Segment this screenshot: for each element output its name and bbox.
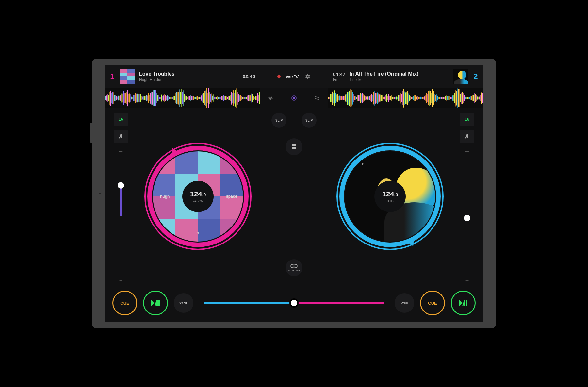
deck2-playhead-icon[interactable] — [335, 88, 335, 108]
svg-rect-191 — [229, 96, 230, 100]
deck1-cue-button[interactable]: CUE — [112, 291, 137, 315]
deck1-tempo-slider[interactable] — [120, 161, 122, 270]
svg-rect-342 — [394, 97, 394, 99]
svg-rect-385 — [422, 97, 422, 99]
view-mode-tabs — [260, 88, 328, 108]
svg-rect-440 — [458, 91, 458, 106]
svg-rect-295 — [363, 94, 364, 102]
svg-rect-467 — [475, 94, 476, 102]
svg-rect-187 — [227, 97, 227, 99]
svg-rect-430 — [451, 97, 452, 99]
svg-point-492 — [294, 264, 297, 268]
svg-rect-112 — [178, 92, 178, 105]
svg-rect-136 — [193, 96, 194, 100]
svg-rect-169 — [215, 97, 216, 99]
deck1-waveform[interactable] — [105, 88, 260, 108]
deck2-tempo-plus[interactable]: ＋ — [464, 147, 470, 156]
svg-rect-382 — [420, 97, 420, 99]
svg-rect-139 — [195, 97, 196, 99]
svg-rect-324 — [382, 95, 383, 101]
mode-waveform-button[interactable] — [260, 88, 283, 108]
svg-rect-335 — [389, 96, 390, 100]
svg-point-496 — [465, 137, 467, 139]
automix-button[interactable]: AUTOMIX — [286, 259, 302, 276]
svg-rect-29 — [123, 91, 124, 105]
svg-rect-274 — [349, 91, 350, 106]
deck2-tempo-range-button[interactable]: ±6 — [460, 113, 474, 126]
deck1-header[interactable]: 1 Love Troubles Hugh Hardie 02:46 — [105, 65, 260, 88]
deck1-tempo-range-button[interactable]: ±6 — [114, 113, 128, 126]
deck2-cue-button[interactable]: CUE — [420, 291, 445, 315]
deck2-number: 2 — [472, 72, 479, 81]
record-indicator-icon[interactable] — [277, 75, 281, 78]
crossfader-knob-icon[interactable] — [289, 298, 299, 308]
deck1-keylock-button[interactable] — [114, 130, 128, 143]
deck2-sync-button[interactable]: SYNC — [395, 293, 414, 313]
svg-rect-464 — [473, 95, 474, 101]
svg-rect-153 — [204, 91, 205, 105]
svg-rect-101 — [171, 97, 171, 99]
svg-rect-1 — [105, 96, 106, 100]
svg-rect-51 — [138, 94, 139, 102]
settings-icon[interactable] — [305, 74, 311, 79]
svg-rect-164 — [212, 95, 212, 101]
svg-rect-237 — [259, 92, 260, 104]
deck2-jog-wheel[interactable]: ER ATIC EP 124.0 ±0.0% — [335, 141, 446, 252]
svg-rect-171 — [216, 97, 217, 99]
deck2-tempo-slider[interactable] — [466, 161, 468, 270]
crossfader[interactable] — [204, 302, 384, 304]
svg-rect-73 — [152, 92, 153, 105]
svg-rect-268 — [345, 95, 346, 102]
svg-rect-392 — [426, 93, 427, 103]
mode-disc-button[interactable] — [283, 88, 306, 108]
deck2-waveform[interactable] — [328, 88, 483, 108]
svg-rect-358 — [404, 91, 405, 105]
svg-rect-216 — [246, 97, 246, 100]
svg-rect-81 — [157, 95, 158, 101]
deck1-playhead-icon[interactable] — [204, 88, 204, 108]
svg-rect-468 — [476, 95, 477, 101]
svg-rect-148 — [201, 95, 202, 100]
svg-rect-418 — [443, 97, 444, 99]
svg-rect-451 — [465, 97, 466, 99]
svg-rect-444 — [460, 94, 461, 102]
svg-rect-150 — [203, 95, 203, 101]
svg-rect-303 — [368, 96, 369, 99]
svg-rect-319 — [379, 94, 379, 102]
svg-rect-192 — [230, 95, 231, 101]
svg-marker-502 — [459, 300, 462, 306]
svg-rect-15 — [114, 95, 115, 101]
deck1-slip-button[interactable]: SLIP — [271, 113, 286, 128]
deck2-play-button[interactable] — [451, 291, 476, 315]
svg-rect-455 — [467, 97, 468, 99]
svg-rect-31 — [125, 91, 125, 105]
deck1-play-button[interactable] — [143, 291, 168, 315]
svg-rect-316 — [377, 94, 377, 102]
svg-rect-362 — [407, 92, 407, 104]
deck1-tempo-minus[interactable]: － — [118, 276, 124, 285]
svg-rect-74 — [153, 90, 154, 106]
svg-rect-196 — [233, 93, 233, 103]
mode-fx-button[interactable] — [305, 88, 328, 108]
deck1-sync-button[interactable]: SYNC — [174, 293, 193, 313]
deck2-keylock-button[interactable] — [460, 130, 474, 143]
deck2-header[interactable]: 2 In All The Fire (Original Mix) Tinlick… — [328, 65, 483, 88]
svg-rect-158 — [208, 89, 208, 108]
svg-rect-166 — [213, 94, 214, 102]
svg-rect-356 — [403, 91, 403, 105]
deck2-tempo-minus[interactable]: － — [464, 276, 470, 285]
svg-rect-188 — [227, 97, 228, 99]
svg-rect-146 — [200, 97, 201, 99]
deck2-album-art — [453, 69, 468, 84]
svg-rect-452 — [466, 97, 466, 99]
svg-rect-4 — [107, 94, 108, 102]
deck1-tempo-plus[interactable]: ＋ — [118, 147, 124, 156]
svg-rect-54 — [140, 94, 140, 102]
deck2-slip-button[interactable]: SLIP — [302, 113, 317, 128]
svg-rect-154 — [205, 91, 206, 106]
svg-rect-273 — [349, 93, 349, 103]
svg-rect-174 — [218, 97, 219, 99]
deck2-time-col: 04:47 Fm — [333, 71, 345, 82]
pad-grid-button[interactable] — [286, 138, 302, 155]
deck1-jog-wheel[interactable]: hugh space 124.0 -4.2% H — [142, 141, 253, 252]
